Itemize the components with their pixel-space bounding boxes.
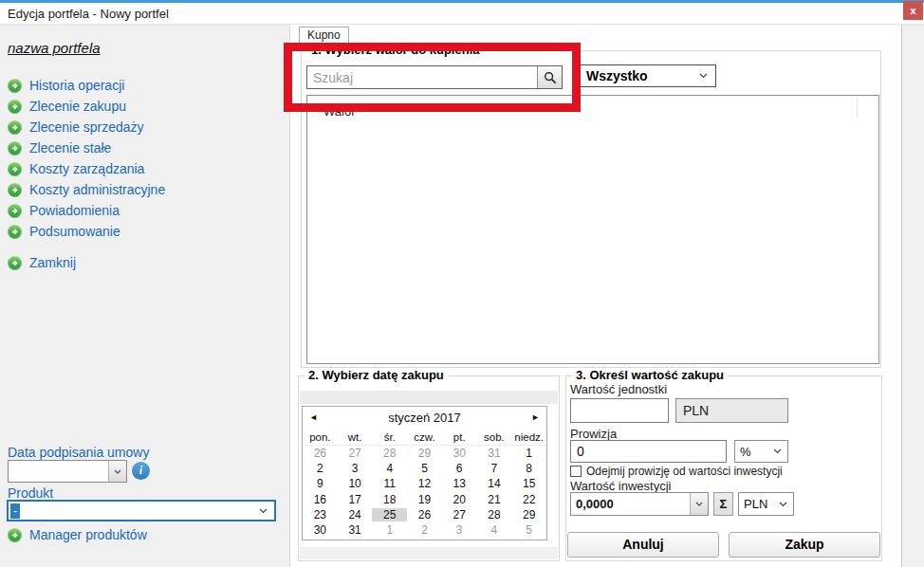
calendar-day[interactable]: 18: [372, 493, 407, 506]
asset-list-header[interactable]: Walor: [307, 96, 878, 117]
unit-value-label: Wartość jednostki: [570, 382, 667, 396]
chevron-right-icon[interactable]: ►: [527, 411, 544, 424]
calendar-day[interactable]: 7: [477, 462, 512, 475]
calendar-day[interactable]: 2: [407, 523, 442, 537]
sidebar-item-label: Historia operacji: [29, 78, 124, 93]
calendar-weekday-row: pon.wt.śr.czw.pt.sob.niedz.: [303, 429, 546, 446]
calendar-day[interactable]: 28: [372, 447, 407, 460]
investment-value-combobox[interactable]: 0,0000: [570, 492, 709, 516]
sidebar-item-podsumowanie[interactable]: Podsumowanie: [8, 223, 120, 240]
calendar-day[interactable]: 30: [442, 447, 477, 460]
calendar-day[interactable]: 21: [477, 493, 512, 506]
sidebar-item-zlecenie-sprzedazy[interactable]: Zlecenie sprzedaży: [8, 119, 144, 136]
commission-input[interactable]: [570, 440, 727, 463]
cancel-button[interactable]: Anuluj: [567, 532, 719, 558]
calendar-day[interactable]: 28: [477, 508, 512, 521]
tab-kupno[interactable]: Kupno: [299, 27, 349, 44]
calendar-day[interactable]: 17: [338, 493, 373, 506]
calendar-day[interactable]: 3: [338, 462, 373, 475]
calendar-weekday: śr.: [372, 431, 407, 443]
info-icon[interactable]: i: [132, 462, 150, 480]
close-button[interactable]: x: [903, 1, 923, 20]
calendar-day[interactable]: 23: [303, 508, 338, 521]
checkbox-icon[interactable]: [570, 466, 582, 477]
calendar-day[interactable]: 27: [338, 447, 373, 460]
calendar-day[interactable]: 6: [442, 462, 477, 475]
asset-list-header-label: Walor: [323, 104, 355, 119]
calendar-day[interactable]: 8: [511, 462, 546, 475]
sidebar-item-label: Zamknij: [29, 255, 76, 270]
product-combobox[interactable]: -: [7, 500, 276, 521]
commission-label: Prowizja: [570, 427, 617, 441]
calendar-day[interactable]: 22: [511, 493, 546, 506]
chevron-down-icon: [690, 493, 708, 515]
calendar-day[interactable]: 31: [338, 523, 373, 537]
green-arrow-icon: [8, 100, 22, 114]
unit-value-input[interactable]: [570, 398, 669, 423]
investment-currency-combobox[interactable]: PLN: [738, 492, 794, 516]
calendar-day[interactable]: 30: [303, 523, 338, 537]
calendar-day[interactable]: 1: [372, 523, 407, 537]
calendar-day[interactable]: 2: [303, 462, 338, 475]
calendar-day[interactable]: 1: [511, 447, 546, 460]
calendar-day[interactable]: 24: [338, 508, 373, 521]
agreement-date-combobox[interactable]: [8, 460, 127, 483]
commission-unit-combobox[interactable]: %: [734, 440, 788, 463]
calendar-day[interactable]: 4: [477, 523, 512, 537]
calendar-day[interactable]: 26: [303, 447, 338, 460]
calendar-day[interactable]: 10: [338, 477, 373, 490]
sidebar-item-zlecenie-stale[interactable]: Zlecenie stałe: [8, 139, 111, 156]
search-button[interactable]: [537, 66, 562, 88]
calendar-day[interactable]: 4: [372, 462, 407, 475]
chevron-left-icon[interactable]: ◄: [305, 411, 322, 424]
calendar-day[interactable]: 27: [442, 508, 477, 521]
product-selected-value: -: [10, 503, 20, 519]
sidebar-item-koszty-zarzadzania[interactable]: Koszty zarządzania: [8, 160, 144, 177]
asset-filter-combobox[interactable]: Wszystko: [579, 64, 716, 87]
calendar-weekday: niedz.: [511, 431, 546, 443]
calendar-day[interactable]: 13: [442, 477, 477, 490]
search-input[interactable]: [307, 66, 537, 88]
section-purchase-value-title: 3. Określ wartość zakupu: [572, 368, 728, 382]
calendar-day[interactable]: 3: [442, 523, 477, 537]
calendar-nav: ◄ styczeń 2017 ►: [303, 407, 546, 429]
window-title: Edycja portfela - Nowy portfel: [8, 7, 169, 21]
calendar-day[interactable]: 20: [442, 493, 477, 506]
sidebar-item-zlecenie-zakupu[interactable]: Zlecenie zakupu: [8, 98, 126, 115]
section-choose-asset-title: 1. Wybierz walor do kupienia: [307, 43, 483, 57]
calendar-day[interactable]: 29: [511, 508, 546, 521]
deduct-commission-label: Odejmij prowizję od wartości inwestycji: [586, 465, 783, 478]
close-icon: x: [910, 5, 915, 16]
sidebar-item-historia-operacji[interactable]: Historia operacji: [8, 77, 124, 94]
buy-button[interactable]: Zakup: [729, 532, 880, 558]
chevron-down-icon: [108, 461, 126, 482]
calendar-day[interactable]: 25: [372, 508, 407, 521]
calendar-day[interactable]: 5: [407, 462, 442, 475]
calendar-day[interactable]: 14: [477, 477, 512, 490]
asset-list[interactable]: Walor: [306, 95, 879, 364]
calendar-day[interactable]: 16: [303, 493, 338, 506]
calendar-day[interactable]: 12: [407, 477, 442, 490]
column-divider: [857, 97, 858, 118]
calendar-day[interactable]: 11: [372, 477, 407, 490]
calendar-day[interactable]: 19: [407, 493, 442, 506]
calendar-day[interactable]: 31: [477, 447, 512, 460]
green-arrow-icon: [8, 162, 22, 176]
sidebar-item-zamknij[interactable]: Zamknij: [8, 254, 76, 271]
calendar-day[interactable]: 15: [511, 477, 546, 490]
calendar-day[interactable]: 5: [511, 523, 546, 537]
unit-currency-value: PLN: [683, 403, 709, 418]
deduct-commission-checkbox-row[interactable]: Odejmij prowizję od wartości inwestycji: [570, 465, 783, 478]
sum-button[interactable]: Σ: [713, 492, 733, 516]
section-choose-date-title: 2. Wybierz datę zakupu: [305, 368, 448, 382]
sidebar-item-powiadomienia[interactable]: Powiadomienia: [8, 202, 120, 219]
chevron-down-icon: [699, 73, 708, 79]
calendar-day[interactable]: 26: [407, 508, 442, 521]
calendar-month-title[interactable]: styczeń 2017: [388, 411, 461, 425]
sidebar-item-label: Zlecenie zakupu: [29, 99, 126, 114]
product-manager-link[interactable]: Manager produktów: [8, 526, 147, 543]
sidebar-item-koszty-administracyjne[interactable]: Koszty administracyjne: [8, 181, 165, 198]
calendar-day[interactable]: 29: [407, 447, 442, 460]
asset-filter-value: Wszystko: [580, 68, 648, 83]
calendar-day[interactable]: 9: [303, 477, 338, 490]
